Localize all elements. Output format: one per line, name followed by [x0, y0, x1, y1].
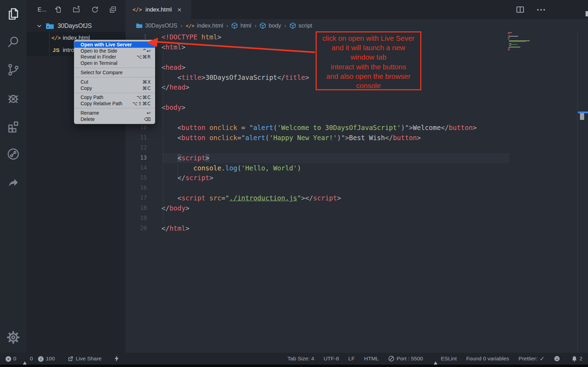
code-line-9[interactable]: 9 — [126, 113, 588, 123]
breadcrumb-item-html[interactable]: html — [231, 22, 251, 29]
info-icon: i — [38, 355, 44, 362]
menu-item-open-to-the-side[interactable]: Open to the Side^↩ — [74, 48, 155, 54]
line-number: 15 — [126, 173, 147, 183]
line-number: 10 — [126, 123, 147, 133]
status-2[interactable]: 2 — [572, 355, 582, 362]
code-line-8[interactable]: 8<body> — [126, 102, 588, 113]
breadcrumb-label: index.html — [197, 22, 223, 29]
bell-icon — [572, 356, 577, 362]
code-line-11[interactable]: 11 <button onclick="alert('Happy New Yea… — [126, 133, 588, 143]
code-text: <script src="./introduction.js"></script… — [147, 193, 341, 203]
code-line-12[interactable]: 12 — [126, 143, 588, 153]
status-found-0-variables[interactable]: Found 0 variables — [466, 355, 509, 362]
status-label: Prettier: — [519, 355, 537, 362]
split-editor-icon[interactable] — [515, 5, 525, 14]
code-text: console.log('Hello, World') — [147, 163, 301, 173]
status-prettier[interactable]: Prettier:✓ — [519, 355, 545, 362]
refresh-icon[interactable] — [91, 6, 99, 14]
status-100[interactable]: i100 — [38, 355, 55, 362]
status-smiley-icon[interactable] — [554, 355, 562, 362]
code-line-16[interactable]: 16 — [126, 183, 588, 193]
code-text — [147, 213, 161, 223]
search-icon[interactable] — [0, 33, 27, 51]
live-share-circle-icon[interactable] — [0, 145, 27, 163]
status-lightning-icon[interactable] — [114, 355, 121, 362]
gear-icon[interactable] — [0, 328, 27, 346]
breadcrumb-separator: › — [255, 22, 257, 29]
more-actions-icon[interactable]: ··· — [537, 5, 546, 15]
indent-guide — [163, 42, 163, 223]
warning-icon — [22, 355, 28, 362]
status-html[interactable]: HTML — [364, 355, 379, 362]
code-line-19[interactable]: 19 — [126, 213, 588, 223]
menu-item-copy-relative-path[interactable]: Copy Relative Path⌥⇧⌘C — [74, 100, 155, 107]
code-line-15[interactable]: 15 </script> — [126, 173, 588, 183]
code-text: <script> — [147, 153, 209, 163]
menu-item-open-with-live-server[interactable]: Open with Live Server — [74, 41, 155, 48]
source-control-icon[interactable] — [0, 61, 27, 79]
menu-separator — [74, 93, 155, 93]
check-icon: ✓ — [540, 355, 544, 362]
code-line-20[interactable]: 20</html> — [126, 223, 588, 234]
status-0[interactable]: ×0 — [6, 355, 16, 362]
code-line-18[interactable]: 18</body> — [126, 203, 588, 213]
status-label: Tab Size: 4 — [287, 355, 314, 362]
debug-icon[interactable] — [0, 89, 27, 107]
menu-item-rename[interactable]: Rename↩ — [74, 110, 155, 116]
menu-separator — [74, 68, 155, 68]
tree-folder-30daysofjs[interactable]: 30DaysOfJS — [27, 20, 126, 32]
files-icon[interactable] — [0, 5, 27, 23]
breadcrumb-item-30daysofjs[interactable]: 30DaysOfJS — [136, 22, 178, 29]
annotation-text: window tab — [317, 52, 420, 62]
indent-guide — [49, 32, 50, 56]
code-line-13[interactable]: 13 <script> — [126, 153, 588, 163]
annotation-text: and it will launch a new — [317, 43, 420, 52]
status-port-5500[interactable]: Port : 5500 — [388, 355, 423, 362]
minimap[interactable] — [508, 32, 540, 51]
status-live-share[interactable]: Live Share — [68, 355, 101, 362]
breadcrumb-item-body[interactable]: body — [259, 22, 281, 29]
status-utf-8[interactable]: UTF-8 — [324, 355, 339, 362]
folder-icon — [136, 23, 143, 28]
scrollbar-thumb[interactable] — [580, 113, 584, 120]
breadcrumb-item-script[interactable]: script — [289, 22, 312, 29]
status-tab-size-4[interactable]: Tab Size: 4 — [287, 355, 314, 362]
breadcrumb-label: body — [269, 22, 281, 29]
menu-item-copy-path[interactable]: Copy Path⌥⌘C — [74, 94, 155, 101]
code-text — [147, 143, 161, 153]
code-line-10[interactable]: 10 <button onclick = "alert('Welcome to … — [126, 123, 588, 133]
port-icon — [388, 355, 394, 362]
menu-item-reveal-in-finder[interactable]: Reveal in Finder⌥⌘R — [74, 54, 155, 60]
smiley-icon — [554, 355, 560, 362]
code-text: </html> — [147, 223, 189, 234]
status-lf[interactable]: LF — [348, 355, 355, 362]
code-line-7[interactable]: 7 — [126, 92, 588, 102]
share-arrow-icon[interactable] — [0, 173, 27, 191]
menu-item-delete[interactable]: Delete⌫ — [74, 116, 155, 122]
menu-item-copy[interactable]: Copy⌘C — [74, 85, 155, 91]
close-icon[interactable]: × — [177, 6, 181, 13]
menu-item-select-for-compare[interactable]: Select for Compare — [74, 69, 155, 76]
annotation-text: click on open with Live Sever — [317, 33, 420, 43]
code-line-14[interactable]: 14 console.log('Hello, World') — [126, 163, 588, 173]
menu-item-open-in-terminal[interactable]: Open in Terminal — [74, 60, 155, 66]
code-text: <button onclick="alert('Happy New Year!'… — [147, 133, 421, 143]
collapse-all-icon[interactable] — [109, 6, 117, 14]
new-folder-icon[interactable] — [73, 6, 81, 14]
status-0[interactable]: 0 — [22, 355, 33, 362]
extensions-icon[interactable] — [0, 117, 27, 135]
tab-index-html[interactable]: </> index.html × — [126, 0, 191, 19]
status-eslint[interactable]: ESLint — [432, 355, 457, 362]
context-menu: Open with Live ServerOpen to the Side^↩R… — [74, 40, 155, 124]
tab-bar: </> index.html × ··· — [126, 0, 588, 19]
code-text — [147, 183, 161, 193]
line-number: 14 — [126, 163, 147, 173]
new-file-icon[interactable] — [54, 6, 62, 14]
scrollbar[interactable] — [586, 11, 588, 16]
status-label: Live Share — [76, 355, 101, 362]
annotation-text: interact with the buttons — [317, 62, 420, 71]
breadcrumb-label: html — [240, 22, 251, 29]
code-line-17[interactable]: 17 <script src="./introduction.js"></scr… — [126, 193, 588, 203]
breadcrumb-item-index-html[interactable]: </>index.html — [186, 22, 223, 29]
menu-item-cut[interactable]: Cut⌘X — [74, 79, 155, 85]
